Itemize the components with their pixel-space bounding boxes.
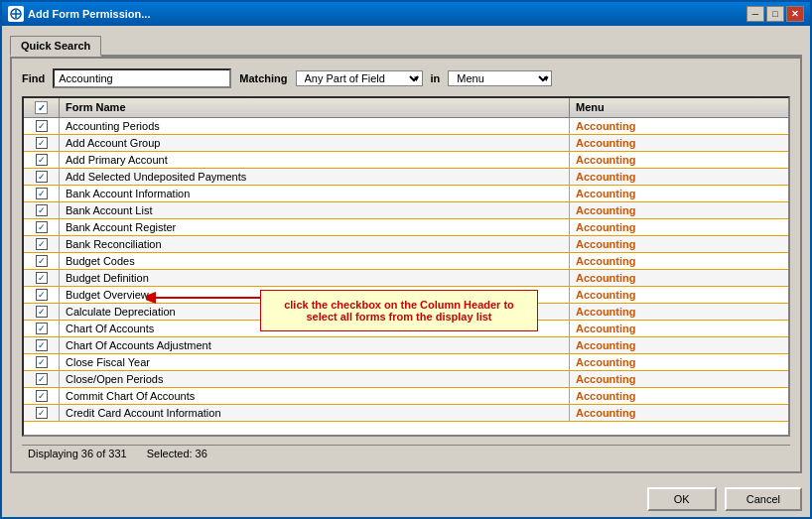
maximize-button[interactable]: □ [766, 6, 784, 22]
row-form-name: Budget Definition [60, 270, 570, 286]
in-select-wrapper: Menu Form Name [448, 70, 552, 86]
matching-select-wrapper: Any Part of Field Starts With Exact Matc… [296, 70, 423, 86]
table-row: ✓ Add Primary Account Accounting [24, 152, 788, 169]
row-checkbox-col[interactable]: ✓ [24, 236, 60, 252]
select-all-checkbox[interactable]: ✓ [35, 101, 48, 114]
row-menu: Accounting [570, 354, 788, 370]
row-form-name: Credit Card Account Information [60, 405, 570, 421]
row-checkbox[interactable]: ✓ [36, 120, 48, 132]
table-header: ✓ Form Name Menu [24, 98, 788, 118]
displaying-status: Displaying 36 of 331 [28, 448, 127, 459]
close-button[interactable]: ✕ [786, 6, 804, 22]
row-checkbox[interactable]: ✓ [36, 390, 48, 402]
row-form-name: Chart Of Accounts Adjustment [60, 337, 570, 353]
row-menu: Accounting [570, 219, 788, 235]
row-checkbox[interactable]: ✓ [36, 339, 48, 351]
row-checkbox[interactable]: ✓ [36, 373, 48, 385]
table-row: ✓ Close/Open Periods Accounting [24, 371, 788, 388]
row-menu: Accounting [570, 270, 788, 286]
table-row: ✓ Close Fiscal Year Accounting [24, 354, 788, 371]
row-menu: Accounting [570, 186, 788, 201]
footer-buttons: OK Cancel [2, 481, 810, 517]
row-checkbox-col[interactable]: ✓ [24, 253, 60, 269]
row-checkbox-col[interactable]: ✓ [24, 321, 60, 336]
row-menu: Accounting [570, 371, 788, 387]
search-input[interactable] [53, 68, 231, 88]
row-menu: Accounting [570, 152, 788, 168]
row-checkbox[interactable]: ✓ [36, 306, 48, 318]
row-checkbox[interactable]: ✓ [36, 137, 48, 149]
row-checkbox-col[interactable]: ✓ [24, 337, 60, 353]
row-checkbox-col[interactable]: ✓ [24, 287, 60, 303]
tab-quick-search[interactable]: Quick Search [10, 36, 101, 57]
row-checkbox-col[interactable]: ✓ [24, 186, 60, 201]
tab-container: Quick Search [10, 34, 802, 57]
row-menu: Accounting [570, 135, 788, 151]
row-checkbox[interactable]: ✓ [36, 154, 48, 166]
status-bar: Displaying 36 of 331 Selected: 36 [22, 445, 790, 461]
row-checkbox[interactable]: ✓ [36, 289, 48, 301]
row-checkbox-col[interactable]: ✓ [24, 202, 60, 218]
table-row: ✓ Budget Codes Accounting [24, 253, 788, 270]
table-row: ✓ Commit Chart Of Accounts Accounting [24, 388, 788, 405]
row-checkbox-col[interactable]: ✓ [24, 304, 60, 320]
row-checkbox[interactable]: ✓ [36, 171, 48, 183]
row-menu: Accounting [570, 337, 788, 353]
row-checkbox[interactable]: ✓ [36, 221, 48, 233]
col-header-formname: Form Name [60, 98, 570, 117]
row-menu: Accounting [570, 321, 788, 336]
row-checkbox-col[interactable]: ✓ [24, 371, 60, 387]
row-checkbox-col[interactable]: ✓ [24, 405, 60, 421]
row-checkbox[interactable]: ✓ [36, 204, 48, 216]
tooltip-text: click the checkbox on the Column Header … [284, 299, 514, 323]
table-area: ✓ Form Name Menu ✓ Accounting Periods Ac… [22, 96, 790, 437]
row-menu: Accounting [570, 304, 788, 320]
row-checkbox-col[interactable]: ✓ [24, 219, 60, 235]
matching-label: Matching [239, 72, 287, 84]
row-checkbox[interactable]: ✓ [36, 238, 48, 250]
row-checkbox-col[interactable]: ✓ [24, 152, 60, 168]
red-arrow-icon [146, 283, 265, 315]
window-body: Quick Search Find Matching Any Part of F… [2, 26, 810, 481]
row-checkbox-col[interactable]: ✓ [24, 118, 60, 134]
row-checkbox-col[interactable]: ✓ [24, 354, 60, 370]
table-container: ✓ Form Name Menu ✓ Accounting Periods Ac… [22, 96, 790, 437]
window-icon [8, 6, 24, 22]
row-checkbox-col[interactable]: ✓ [24, 135, 60, 151]
row-checkbox[interactable]: ✓ [36, 323, 48, 334]
row-menu: Accounting [570, 253, 788, 269]
table-row: ✓ Bank Account Information Accounting [24, 186, 788, 202]
row-checkbox[interactable]: ✓ [36, 407, 48, 419]
row-checkbox-col[interactable]: ✓ [24, 270, 60, 286]
row-menu: Accounting [570, 388, 788, 404]
cancel-button[interactable]: Cancel [725, 487, 802, 511]
table-rows-scroll[interactable]: ✓ Accounting Periods Accounting ✓ Add Ac… [24, 118, 788, 435]
row-checkbox[interactable]: ✓ [36, 188, 48, 199]
matching-select[interactable]: Any Part of Field Starts With Exact Matc… [296, 70, 423, 86]
row-checkbox-col[interactable]: ✓ [24, 169, 60, 185]
row-form-name: Add Primary Account [60, 152, 570, 168]
minimize-button[interactable]: ─ [746, 6, 764, 22]
main-window: Add Form Permission... ─ □ ✕ Quick Searc… [0, 0, 812, 519]
in-label: in [431, 72, 441, 84]
ok-button[interactable]: OK [647, 487, 717, 511]
row-checkbox[interactable]: ✓ [36, 255, 48, 267]
table-row: ✓ Accounting Periods Accounting [24, 118, 788, 135]
row-form-name: Bank Account List [60, 202, 570, 218]
row-form-name: Bank Account Register [60, 219, 570, 235]
table-row: ✓ Bank Account Register Accounting [24, 219, 788, 236]
col-header-menu: Menu [570, 98, 788, 117]
row-form-name: Accounting Periods [60, 118, 570, 134]
table-row: ✓ Bank Reconciliation Accounting [24, 236, 788, 253]
title-bar-buttons: ─ □ ✕ [746, 6, 804, 22]
search-row: Find Matching Any Part of Field Starts W… [22, 68, 790, 88]
table-row: ✓ Budget Definition Accounting [24, 270, 788, 287]
in-select[interactable]: Menu Form Name [448, 70, 552, 86]
row-checkbox[interactable]: ✓ [36, 272, 48, 284]
row-checkbox[interactable]: ✓ [36, 356, 48, 368]
row-menu: Accounting [570, 169, 788, 185]
row-form-name: Add Selected Undeposited Payments [60, 169, 570, 185]
header-checkbox-col[interactable]: ✓ [24, 98, 60, 117]
table-row: ✓ Chart Of Accounts Adjustment Accountin… [24, 337, 788, 354]
row-checkbox-col[interactable]: ✓ [24, 388, 60, 404]
